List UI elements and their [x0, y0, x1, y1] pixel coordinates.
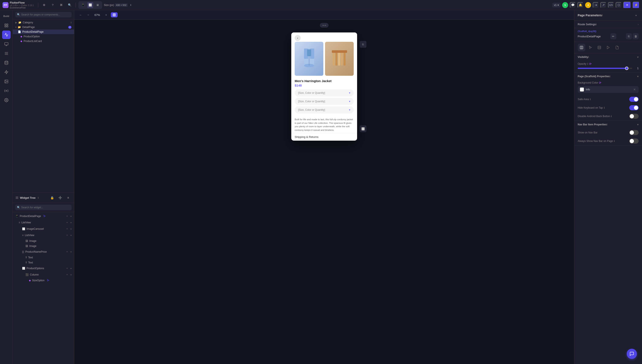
sidebar-media[interactable] [2, 77, 11, 86]
file-search-input[interactable] [15, 12, 72, 18]
widget-label-text2: Text [28, 261, 33, 264]
frame-select-btn[interactable] [111, 12, 118, 18]
right-panel-add-btn[interactable]: + [633, 13, 638, 18]
dropdown-quantity[interactable]: [Size, Color or Quantity] ▾ [295, 106, 354, 114]
widget-add-listview2[interactable]: + [65, 233, 69, 237]
chat-fab[interactable] [627, 349, 637, 359]
scaffold-props-header[interactable]: Page (Scaffold) Properties ℹ ▾ [574, 72, 642, 80]
widget-more-btn[interactable]: ≡ [65, 194, 72, 201]
color-remove-btn[interactable]: ✕ [633, 88, 636, 92]
notifications-btn[interactable]: 🔔 [577, 2, 583, 8]
tab-layout[interactable] [595, 44, 603, 51]
desktop-btn[interactable]: 🖥 [95, 2, 100, 8]
widget-listview-1[interactable]: ≡ ListView + ▾ [13, 219, 74, 226]
tab-preview[interactable] [604, 44, 612, 51]
sidebar-build[interactable]: Build [2, 12, 11, 20]
widget-image-2[interactable]: 🖼 Image [13, 244, 74, 248]
widget-add-btn[interactable]: ➕ [57, 194, 64, 201]
widget-add-productdetailpage[interactable]: + [65, 214, 69, 218]
route-settings-row[interactable]: Route Settings ℹ › [574, 20, 642, 28]
merge-btn[interactable]: ⇥ [593, 2, 599, 8]
widget-add-options[interactable]: + [65, 266, 69, 270]
widget-expand-productdetailpage[interactable]: ▾ [71, 215, 72, 218]
visibility-header[interactable]: Visibility ℹ ▾ [574, 53, 642, 61]
hide-keyboard-toggle[interactable] [629, 105, 638, 110]
search-top-btn[interactable]: 🔍 [66, 2, 73, 8]
tab-properties[interactable] [578, 44, 585, 51]
tree-item-category[interactable]: ▶ 📁 Category ℹ [13, 20, 74, 25]
widget-image-1[interactable]: 🖼 Image [13, 238, 74, 244]
tree-item-detailpage[interactable]: ▾ 📂 DetailPage 2 [13, 25, 74, 30]
back-btn[interactable]: ‹ [295, 35, 301, 41]
zoom-in-btn[interactable]: + [103, 12, 109, 18]
color-chip[interactable]: Info ✕ [578, 86, 638, 93]
widget-expand-listview1[interactable]: ▾ [71, 222, 72, 224]
tablet-btn[interactable]: ⬜ [87, 2, 93, 8]
share-btn[interactable]: ↗ [600, 2, 606, 8]
widget-listview-2[interactable]: ≡ ListView + ▾ [13, 232, 74, 238]
settings-btn[interactable]: ⚙ [41, 2, 48, 8]
navbar-props-header[interactable]: Nav Bar Item Properties ℹ ▾ [574, 121, 642, 128]
collab-btn[interactable]: 💬 [570, 2, 576, 8]
widget-expand-nameprice[interactable]: ▾ [71, 251, 72, 253]
external-btn[interactable]: ⬡ [616, 2, 622, 8]
version-selector[interactable]: v1 ▾ [552, 3, 560, 8]
bg-color-link-icon[interactable]: ⟳ [599, 81, 601, 84]
copy-tool-btn[interactable]: ⎘ [360, 41, 367, 48]
sidebar-integrations[interactable] [2, 86, 11, 95]
disable-back-toggle[interactable] [629, 114, 638, 119]
opacity-link-icon[interactable]: ⟳ [589, 62, 592, 66]
size-info-btn[interactable]: ℹ [129, 3, 133, 7]
zoom-out-btn[interactable]: − [85, 12, 91, 18]
widget-text-2[interactable]: T Text [13, 260, 74, 265]
widget-column[interactable]: ⬛ Column + ▾ [13, 272, 74, 278]
preview-btn[interactable]: 👁 [623, 2, 631, 8]
mobile-btn[interactable]: 📱 [80, 2, 86, 8]
widget-expand-listview2[interactable]: ▾ [71, 234, 72, 236]
widget-imagecarousel[interactable]: ⬜ ImageCarousel + ▾ [13, 226, 74, 232]
scaffold-copy-btn[interactable]: ⎘ [626, 33, 632, 39]
widget-productdetailpage[interactable]: 📱 ProductDetailPage + ▾ [13, 213, 74, 219]
tab-actions[interactable] [587, 44, 594, 51]
widget-expand-imagecarousel[interactable]: ▾ [71, 228, 72, 230]
dropdown-size[interactable]: [Size, Color or Quantity] ▾ [295, 89, 354, 96]
scaffold-edit-btn[interactable]: ✏ [610, 33, 616, 39]
cmd-btn[interactable]: ⌘ [58, 2, 65, 8]
widget-productnameprice[interactable]: ||| ProductNamePrice + ▾ [13, 248, 74, 255]
property-tabs [574, 42, 642, 53]
widget-expand-column[interactable]: ▾ [71, 274, 72, 276]
code-btn[interactable]: </> [608, 2, 614, 8]
shipping-row[interactable]: Shipping & Returns [291, 133, 357, 141]
widget-lock-btn[interactable]: 🔒 [49, 194, 55, 201]
widget-search-input[interactable] [15, 205, 72, 210]
help-btn[interactable]: ? [49, 2, 56, 8]
sidebar-components[interactable] [2, 30, 11, 39]
widget-add-column[interactable]: + [65, 272, 69, 277]
widget-expand-options[interactable]: ▾ [71, 267, 72, 270]
widget-add-listview1[interactable]: + [65, 220, 69, 225]
sidebar-nav[interactable] [2, 49, 11, 58]
scaffold-delete-btn[interactable]: 🗑 [633, 33, 638, 39]
run-btn[interactable]: ⚡ [633, 2, 639, 8]
frame-tool-btn[interactable]: ⬜ [360, 125, 367, 132]
tree-item-productlistcard[interactable]: ◆ ProductListCard [13, 39, 74, 44]
always-show-toggle[interactable] [629, 138, 638, 144]
sidebar-ui[interactable] [2, 40, 11, 48]
dropdown-color[interactable]: [Size, Color or Quantity] ▾ [295, 98, 354, 105]
sidebar-data[interactable] [2, 58, 11, 67]
widget-text-1[interactable]: T Text [13, 255, 74, 260]
widget-add-imagecarousel[interactable]: + [65, 227, 69, 231]
sidebar-pages[interactable] [2, 21, 11, 30]
show-navbar-toggle[interactable] [629, 130, 638, 135]
widget-productoptions[interactable]: ⬜ ProductOptions + ▾ [13, 265, 74, 272]
safe-area-toggle[interactable] [629, 97, 638, 102]
tree-item-productoption[interactable]: ◆ ProductOption [13, 34, 74, 39]
widget-sizeoption[interactable]: ◆ SizeOption [13, 278, 74, 283]
sidebar-functions[interactable] [2, 68, 11, 76]
widget-add-nameprice[interactable]: + [65, 250, 69, 254]
back-nav-btn[interactable]: ← [78, 12, 84, 18]
tab-docs[interactable] [613, 44, 621, 51]
sidebar-settings[interactable] [2, 96, 11, 104]
opacity-slider[interactable] [578, 68, 632, 69]
tree-item-productdetail[interactable]: 📄 ProductDetailPage [13, 30, 74, 34]
